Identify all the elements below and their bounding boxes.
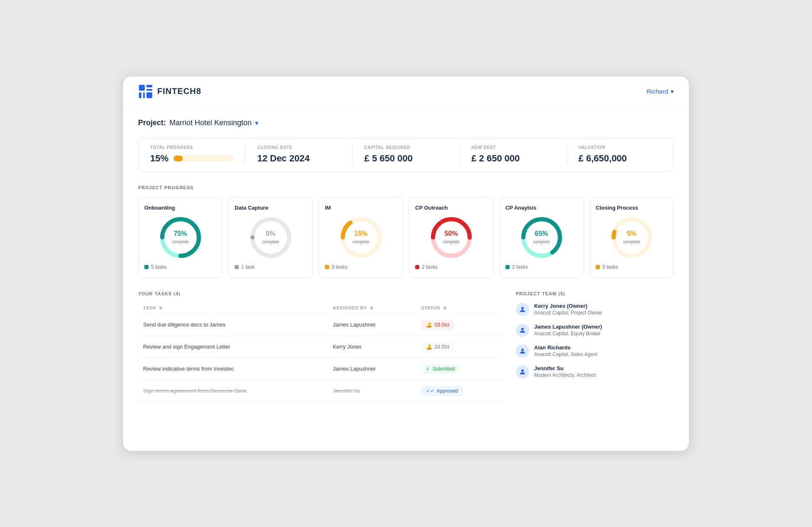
member-info-2: Alan Richards Anacott Capital, Sales Age… <box>534 344 597 357</box>
valuation-label: VALUATION <box>579 145 662 150</box>
donut-pct-2: 15% <box>352 230 369 238</box>
project-name: Marriot Hotel Kensington <box>169 119 252 127</box>
sort-task-icon: ⇅ <box>159 306 163 310</box>
task-dot-1 <box>235 265 239 269</box>
list-item: Kerry Jones (Owner) Anacott Capital, Pro… <box>516 303 674 316</box>
user-menu[interactable]: Richard ▾ <box>646 88 674 95</box>
donut-label-5: 5% complete <box>623 230 640 245</box>
donut-pct-4: 65% <box>533 230 550 238</box>
donut-container-2: 15% complete <box>325 217 397 258</box>
closing-date-value: 12 Dec 2024 <box>257 153 340 164</box>
card-tasks-3: 2 tasks <box>415 264 487 270</box>
task-dot-2 <box>325 265 329 269</box>
progress-card-1: Data Capture 0% complete 1 task <box>228 197 313 278</box>
svg-point-18 <box>521 307 524 309</box>
task-status-0: 🔔 03 Oct <box>416 314 503 336</box>
user-name: Richard <box>646 88 668 95</box>
team-title: PROJECT TEAM (5) <box>516 291 674 296</box>
card-tasks-2: 3 tasks <box>325 264 397 270</box>
member-name-3: Jennifer Su <box>534 365 596 371</box>
task-name-0: Send due diligence docs to James <box>138 314 328 336</box>
tasks-table: TASK ⇅ ASSIGNED BY ⇅ STATUS ⇅ <box>138 302 503 402</box>
member-role-0: Anacott Capital, Project Owner <box>534 310 602 316</box>
card-tasks-5: 3 tasks <box>596 264 668 270</box>
team-members-container: Kerry Jones (Owner) Anacott Capital, Pro… <box>516 303 674 379</box>
member-name-0: Kerry Jones (Owner) <box>534 303 602 309</box>
col-task[interactable]: TASK ⇅ <box>138 302 328 314</box>
list-item: James Lapushner (Owner) Anacott Capital,… <box>516 324 674 337</box>
donut-label-2: 15% complete <box>352 230 369 245</box>
task-count-0: 5 tasks <box>151 264 167 270</box>
card-title-1: Data Capture <box>235 205 307 211</box>
task-assigned-2: James Lapushner <box>328 358 416 380</box>
task-count-4: 2 tasks <box>512 264 528 270</box>
svg-point-20 <box>521 349 524 351</box>
sort-status-icon: ⇅ <box>443 306 447 310</box>
status-icon-1: 🔔 <box>426 344 432 350</box>
status-text-0: 03 Oct <box>434 322 449 328</box>
table-row: Review and sign Engagement Letter Kerry … <box>138 336 503 358</box>
team-section: PROJECT TEAM (5) Kerry Jones (Owner) Ana… <box>516 291 674 402</box>
task-status-1: 🔔 24 Oct <box>416 336 503 358</box>
status-icon-3: ✓✓ <box>426 388 434 394</box>
status-badge-2: ✓ Submitted <box>421 364 460 374</box>
progress-cards: Onboarding 75% complete 5 tasks Data Cap… <box>138 197 674 278</box>
member-info-0: Kerry Jones (Owner) Anacott Capital, Pro… <box>534 303 602 316</box>
donut-label-0: 75% complete <box>172 230 189 245</box>
donut-complete-5: complete <box>623 240 640 244</box>
card-tasks-4: 2 tasks <box>505 264 577 270</box>
new-debt-value: £ 2 650 000 <box>471 153 555 164</box>
task-status-3: ✓✓ Approved <box>416 380 503 402</box>
logo-icon <box>138 84 153 99</box>
donut-pct-3: 50% <box>443 230 460 238</box>
task-dot-3 <box>415 265 419 269</box>
tasks-title: YOUR TASKS (4) <box>138 291 503 296</box>
donut-complete-2: complete <box>352 240 369 244</box>
member-info-3: Jennifer Su Modern Architects, Architect <box>534 365 596 378</box>
project-label: Project: <box>138 119 166 127</box>
donut-pct-5: 5% <box>623 230 640 238</box>
table-row: Sign terms agreement from Deutsche Bank … <box>138 380 503 402</box>
project-dropdown-icon[interactable]: ▾ <box>255 119 258 127</box>
donut-complete-1: complete <box>262 240 279 244</box>
card-title-3: CP Outreach <box>415 205 487 211</box>
table-row: Send due diligence docs to James James L… <box>138 314 503 336</box>
col-assigned[interactable]: ASSIGNED BY ⇅ <box>328 302 416 314</box>
progress-bar-fill <box>173 156 183 161</box>
svg-rect-5 <box>146 92 152 98</box>
progress-card-5: Closing Process 5% complete 3 tasks <box>589 197 674 278</box>
status-badge-0: 🔔 03 Oct <box>421 320 454 330</box>
progress-container: 15% <box>150 153 233 164</box>
donut-label-4: 65% complete <box>533 230 550 245</box>
donut-container-0: 75% complete <box>144 217 216 258</box>
svg-rect-1 <box>146 85 152 87</box>
card-title-5: Closing Process <box>596 205 668 211</box>
donut-complete-4: complete <box>533 240 550 244</box>
donut-complete-0: complete <box>172 240 189 244</box>
task-name-1: Review and sign Engagement Letter <box>138 336 328 358</box>
member-name-1: James Lapushner (Owner) <box>534 324 602 330</box>
closing-date-label: CLOSING DATE <box>257 145 340 150</box>
person-icon <box>519 327 526 334</box>
status-text-2: Submitted <box>432 366 455 372</box>
task-name-2: Review indicative terms from Investec <box>138 358 328 380</box>
donut-container-5: 5% complete <box>596 217 668 258</box>
svg-rect-2 <box>146 89 152 91</box>
progress-card-4: CP Anaylsis 65% complete 2 tasks <box>499 197 584 278</box>
member-role-1: Anacott Capital, Equity Broker <box>534 331 602 336</box>
tasks-section: YOUR TASKS (4) TASK ⇅ ASSIGNED BY ⇅ <box>138 291 503 402</box>
list-item: Alan Richards Anacott Capital, Sales Age… <box>516 344 674 358</box>
main-content: Project: Marriot Hotel Kensington ▾ TOTA… <box>123 107 689 414</box>
status-text-1: 24 Oct <box>434 344 449 350</box>
member-avatar-0 <box>516 303 529 316</box>
chevron-down-icon: ▾ <box>671 88 674 95</box>
progress-bar-bg <box>173 156 233 161</box>
col-status[interactable]: STATUS ⇅ <box>416 302 503 314</box>
task-name-3: Sign terms agreement from Deutsche Bank <box>138 380 328 402</box>
stats-bar: TOTAL PROGRESS 15% CLOSING DATE 12 Dec 2… <box>138 137 674 172</box>
bottom-section: YOUR TASKS (4) TASK ⇅ ASSIGNED BY ⇅ <box>138 291 674 402</box>
task-dot-0 <box>144 265 149 269</box>
svg-point-21 <box>521 369 524 372</box>
table-row: Review indicative terms from Investec Ja… <box>138 358 503 380</box>
task-assigned-0: James Lapushner <box>328 314 416 336</box>
